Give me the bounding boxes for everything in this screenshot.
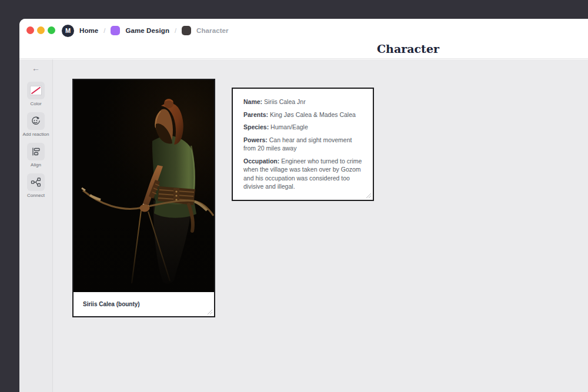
color-swatch-icon[interactable]	[27, 82, 45, 99]
note-field-parents-value: King Jøs Calea & Mades Calea	[268, 111, 356, 118]
image-caption-text: Siriis Calea (bounty)	[83, 301, 140, 307]
resize-handle-icon[interactable]	[207, 309, 213, 315]
breadcrumb-game-design[interactable]: Game Design	[125, 27, 169, 34]
zoom-window-button[interactable]	[48, 26, 55, 34]
note-field-powers-label: Powers:	[243, 136, 268, 143]
character-note-card[interactable]: Name: Siriis Calea Jnr Parents: King Jøs…	[232, 88, 374, 201]
board-canvas[interactable]: Siriis Calea (bounty) Name: Siriis Calea…	[53, 59, 588, 392]
app-window: M Home / Game Design / Character Charact…	[19, 19, 588, 392]
note-field-species: Species: Human/Eagle	[243, 123, 362, 132]
resize-handle-icon[interactable]	[366, 193, 372, 199]
page-title: Character	[349, 42, 467, 55]
note-field-name: Name: Siriis Calea Jnr	[243, 98, 362, 106]
tool-sidebar: ← Color	[19, 59, 53, 392]
breadcrumb-separator: /	[103, 27, 105, 34]
image-caption[interactable]: Siriis Calea (bounty)	[74, 292, 214, 316]
game-design-board-icon[interactable]	[111, 26, 120, 35]
note-field-species-label: Species:	[243, 123, 269, 130]
smiley-plus-icon[interactable]	[27, 112, 45, 130]
milanote-logo-icon[interactable]: M	[62, 25, 74, 37]
align-objects-icon[interactable]	[27, 143, 45, 160]
align-tool-label: Align	[31, 162, 41, 167]
note-field-species-value: Human/Eagle	[269, 123, 308, 130]
minimize-window-button[interactable]	[37, 26, 45, 34]
back-arrow-button[interactable]: ←	[32, 64, 40, 72]
main-area: ← Color	[19, 59, 588, 392]
align-tool[interactable]: Align	[27, 143, 45, 167]
connect-tool-label: Connect	[27, 193, 45, 198]
traffic-lights	[26, 26, 55, 34]
breadcrumb-separator: /	[175, 27, 176, 34]
add-reaction-tool[interactable]: Add reaction	[23, 112, 49, 137]
note-field-parents: Parents: King Jøs Calea & Mades Calea	[243, 110, 362, 119]
breadcrumb-character-current: Character	[196, 27, 229, 34]
note-field-name-value: Siriis Calea Jnr	[262, 98, 306, 105]
note-field-parents-label: Parents:	[243, 111, 268, 118]
character-board-icon	[182, 26, 191, 35]
color-tool[interactable]: Color	[27, 82, 45, 106]
note-field-occupation-label: Occupation:	[243, 158, 279, 165]
note-field-name-label: Name:	[243, 98, 262, 105]
image-card[interactable]: Siriis Calea (bounty)	[72, 79, 215, 317]
note-field-powers: Powers: Can hear and sight movement from…	[243, 136, 362, 153]
title-bar: M Home / Game Design / Character Charact…	[19, 19, 588, 59]
archer-illustration	[74, 80, 214, 292]
close-window-button[interactable]	[26, 26, 34, 34]
connect-tool[interactable]: Connect	[27, 173, 45, 198]
breadcrumb-home[interactable]: Home	[79, 27, 98, 34]
add-reaction-tool-label: Add reaction	[23, 132, 49, 137]
color-tool-label: Color	[30, 101, 41, 106]
connect-nodes-icon[interactable]	[27, 173, 45, 191]
note-field-occupation: Occupation: Engineer who turned to crime…	[243, 157, 362, 191]
breadcrumb: M Home / Game Design / Character	[62, 24, 229, 37]
character-photo	[74, 80, 214, 292]
